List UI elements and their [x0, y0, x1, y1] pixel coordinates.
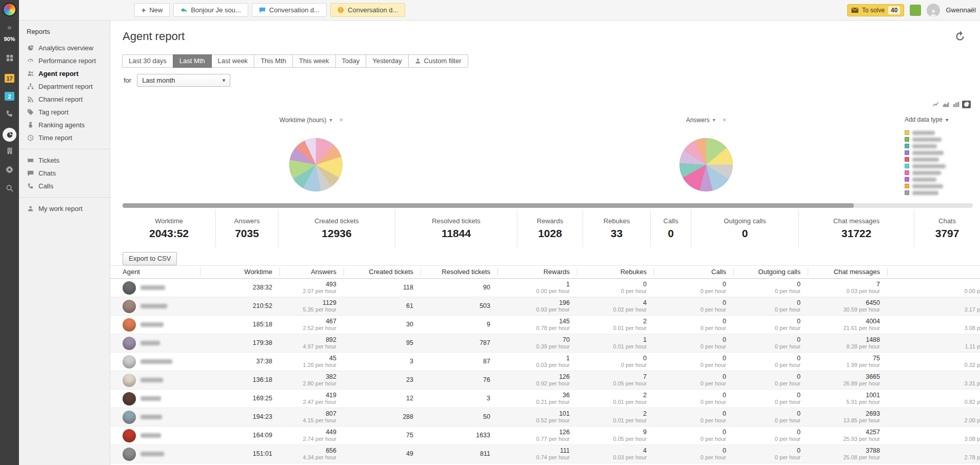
sidebar-item-chats[interactable]: Chats: [19, 167, 110, 180]
chevron-down-icon[interactable]: ▾: [713, 117, 715, 123]
filter-custom-filter[interactable]: Custom filter: [408, 54, 468, 68]
answers-chart-title[interactable]: Answers: [686, 117, 710, 124]
stat-outgoing-calls: Outgoing calls0: [691, 209, 798, 247]
bar-chart-icon[interactable]: [952, 101, 961, 108]
filter-yesterday[interactable]: Yesterday: [366, 54, 408, 68]
legend-item[interactable]: [905, 143, 971, 149]
tickets-count-badge[interactable]: 17: [0, 74, 19, 83]
column-header-rebukes[interactable]: Rebukes: [577, 268, 654, 276]
sidebar-item-time-report[interactable]: Time report: [19, 131, 110, 144]
filter-today[interactable]: Today: [335, 54, 367, 68]
sidebar-item-calls[interactable]: Calls: [19, 180, 110, 192]
legend-item[interactable]: [905, 189, 971, 196]
column-header-rewards[interactable]: Rewards: [497, 268, 577, 276]
legend-item[interactable]: [905, 136, 971, 143]
horizontal-scrollbar[interactable]: [123, 203, 973, 208]
table-row[interactable]: 164:094492.74 per hour7516331260.77 per …: [110, 427, 980, 445]
app-logo[interactable]: [0, 3, 19, 16]
chevron-down-icon[interactable]: ▾: [330, 117, 332, 123]
answers-pie-chart[interactable]: [679, 138, 733, 191]
column-header-calls[interactable]: Calls: [654, 268, 733, 276]
company-icon[interactable]: [0, 147, 19, 154]
table-row[interactable]: 238:324932.07 per hour1189010.00 per hou…: [110, 279, 980, 297]
chats-count-badge[interactable]: 2: [0, 92, 19, 101]
sidebar-item-agent-report[interactable]: Agent report: [19, 67, 110, 80]
username[interactable]: Gwennaël: [946, 6, 976, 14]
legend-item[interactable]: [905, 183, 971, 189]
legend-item[interactable]: [905, 163, 971, 169]
cell-created: 23: [344, 376, 421, 383]
filter-last-mth[interactable]: Last Mth: [173, 54, 212, 68]
cell-chats: 1991.11 per hour: [887, 336, 980, 350]
column-header-answers[interactable]: Answers: [279, 268, 344, 276]
period-select[interactable]: Last month ▾: [137, 74, 230, 87]
legend-item[interactable]: [905, 169, 971, 176]
agent-name-redacted: [141, 341, 160, 345]
settings-gear-icon[interactable]: [0, 166, 19, 173]
legend-item[interactable]: [905, 149, 971, 156]
filter-last-week[interactable]: Last week: [211, 54, 255, 68]
table-row[interactable]: 169:254192.47 per hour123360.21 per hour…: [110, 390, 980, 408]
cell-chat_messages: 425725.93 per hour: [808, 429, 887, 442]
table-row[interactable]: 136:183822.80 per hour23761260.92 per ho…: [110, 371, 980, 390]
export-csv-button[interactable]: Export to CSV: [123, 252, 177, 265]
sidebar-item-tag-report[interactable]: Tag report: [19, 106, 110, 119]
refresh-icon[interactable]: [954, 31, 966, 42]
sidebar-item-ranking-agents[interactable]: Ranking agents: [19, 119, 110, 131]
close-icon[interactable]: ×: [723, 116, 727, 124]
dashboard-grid-icon[interactable]: [0, 54, 19, 62]
legend-item[interactable]: [905, 129, 971, 136]
table-row[interactable]: 194:238074.15 per hour288501010.52 per h…: [110, 408, 980, 427]
filter-this-week[interactable]: This week: [292, 54, 336, 68]
search-icon[interactable]: [0, 184, 19, 192]
column-header-worktime[interactable]: Worktime: [200, 268, 279, 276]
to-solve-badge[interactable]: To solve 40: [847, 4, 904, 16]
agent-name-redacted: [141, 415, 162, 419]
cell-resolved: 76: [421, 376, 497, 383]
online-status-icon[interactable]: [910, 5, 921, 16]
conversation-tab-0[interactable]: +New: [134, 3, 170, 17]
cell-outgoing: 00 per hour: [733, 410, 808, 424]
column-header-resolved-tickets[interactable]: Resolved tickets: [421, 268, 497, 276]
table-row[interactable]: 179:388924.97 per hour95787700.39 per ho…: [110, 334, 980, 353]
conversation-tab-2[interactable]: Conversation d...: [252, 3, 327, 17]
column-header-chat-messages[interactable]: Chat messages: [808, 268, 887, 276]
worktime-chart-title[interactable]: Worktime (hours): [279, 117, 327, 124]
cell-created: 75: [344, 432, 421, 439]
legend-item[interactable]: [905, 176, 971, 183]
user-avatar[interactable]: [927, 4, 940, 17]
expand-sidebar-icon[interactable]: »: [0, 23, 19, 31]
cell-outgoing: 00 per hour: [733, 447, 808, 461]
reports-icon-active[interactable]: [0, 128, 19, 142]
filter-this-mth[interactable]: This Mth: [254, 54, 293, 68]
table-row[interactable]: 210:5211295.35 per hour615031960.93 per …: [110, 297, 980, 316]
sidebar-item-performance-report[interactable]: Performance report: [19, 54, 110, 67]
filter-last-30-days[interactable]: Last 30 days: [122, 54, 173, 68]
column-header-chats[interactable]: Chats: [887, 268, 980, 276]
sidebar-item-tickets[interactable]: Tickets: [19, 154, 110, 167]
cell-created: 30: [344, 321, 421, 328]
sidebar-item-department-report[interactable]: Department report: [19, 80, 110, 93]
calls-icon[interactable]: [0, 110, 19, 118]
sidebar-item-my-work-report[interactable]: My work report: [19, 202, 110, 215]
sidebar-item-channel-report[interactable]: Channel report: [19, 93, 110, 106]
area-chart-icon[interactable]: [942, 101, 950, 108]
column-header-agent[interactable]: Agent: [110, 268, 200, 276]
column-header-outgoing-calls[interactable]: Outgoing calls: [733, 268, 808, 276]
conversation-tab-1[interactable]: Bonjour Je sou...: [173, 3, 248, 17]
legend-item[interactable]: [905, 156, 971, 163]
pie-chart-icon[interactable]: [962, 101, 971, 108]
conversation-tab-3[interactable]: Conversation d...: [330, 3, 405, 17]
add-data-type-button[interactable]: Add data type ▾: [905, 116, 948, 123]
cell-outgoing: 00 per hour: [733, 392, 808, 405]
worktime-pie-chart[interactable]: [289, 138, 343, 191]
table-row[interactable]: 37:38451.20 per hour38710.03 per hour00 …: [110, 353, 980, 371]
close-icon[interactable]: ×: [339, 116, 344, 124]
sidebar-item-analytics-overview[interactable]: Analytics overview: [19, 42, 110, 54]
line-chart-icon[interactable]: [931, 101, 940, 108]
table-row[interactable]: 185:184672.52 per hour3091450.78 per hou…: [110, 316, 980, 334]
table-row[interactable]: 151:016564.34 per hour498111110.74 per h…: [110, 445, 980, 463]
cell-answers: 4672.52 per hour: [279, 318, 344, 332]
reply-icon: [181, 7, 187, 13]
column-header-created-tickets[interactable]: Created tickets: [344, 268, 421, 276]
